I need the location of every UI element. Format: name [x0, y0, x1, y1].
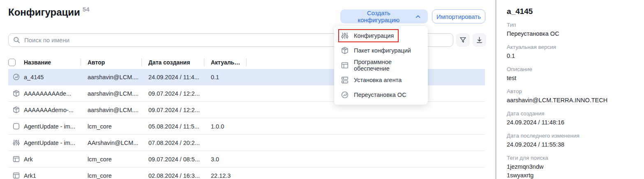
table-row[interactable]: AgentUpdate - im... lcm_core 05.08.2024 …: [8, 118, 485, 135]
package-icon: [12, 90, 20, 97]
table-row[interactable]: Ark lcm_core 09.07.2024 / 08:5... 3.0: [8, 151, 485, 168]
import-button-label: Импортировать: [436, 13, 481, 20]
details-field: Дата создания 24.09.2024 / 11:48:16: [507, 110, 634, 127]
chevron-up-icon: [415, 13, 421, 20]
menu-item-sliders[interactable]: Конфигурация: [334, 28, 428, 43]
select-all-checkbox[interactable]: [8, 59, 16, 66]
field-label: Дата последнего изменения: [507, 133, 634, 139]
row-name: a_4145: [24, 74, 81, 80]
details-field: Теги для поиска 1jezmqn3ndw1swyaxrtg: [507, 155, 634, 179]
wrench-circle-icon: [341, 91, 349, 99]
funnel-icon: [459, 36, 467, 44]
field-value: 1swyaxrtg: [507, 171, 634, 179]
menu-item-label: Пакет конфигураций: [354, 47, 411, 54]
row-name: AgentUpdate - im...: [24, 123, 81, 130]
row-name: AAAAAAAAAde...: [24, 90, 81, 97]
field-label: Тип: [507, 22, 634, 28]
menu-item-software[interactable]: Программное обеспечение: [334, 58, 428, 73]
create-configuration-label: Создать конфигурацию: [347, 9, 411, 23]
table-row[interactable]: AgentUpdate - im... AArshavin@LCM... 07.…: [8, 135, 485, 151]
field-value: test: [507, 74, 634, 83]
page-title: Конфигурации54: [8, 7, 90, 18]
field-value: 24.09.2024 / 11:48:16: [507, 118, 634, 127]
package-icon: [12, 106, 20, 114]
menu-item-agent-install[interactable]: Установка агента: [334, 73, 428, 87]
details-fields: Тип Переустановка ОС Актуальная версия 0…: [507, 22, 634, 179]
row-created-date: 09.07.2024 / 08:5...: [142, 156, 204, 163]
menu-item-label: Переустановка ОС: [354, 92, 406, 98]
menu-item-label: Программное обеспечение: [354, 59, 424, 72]
row-created-date: 05.08.2024 / 11:5...: [142, 123, 204, 130]
software-icon: [12, 155, 20, 163]
main-content: Конфигурации54 Создать конфигурацию Импо…: [0, 0, 495, 179]
row-created-date: 09.07.2024 / 12:2...: [142, 90, 204, 97]
row-created-date: 24.09.2024 / 11:4...: [142, 74, 204, 80]
row-version: 0.1: [204, 74, 247, 80]
import-button[interactable]: Импортировать: [432, 9, 485, 23]
field-label: Теги для поиска: [507, 155, 634, 161]
select-all-cell: [8, 55, 24, 69]
toolbar-actions: Создать конфигурацию Импортировать: [340, 9, 485, 23]
checkbox-icon: [12, 122, 20, 130]
menu-item-package[interactable]: Пакет конфигураций: [334, 43, 428, 58]
row-author: aarshavin@LCM....: [81, 90, 142, 97]
column-header-version[interactable]: Актуаль…: [204, 55, 247, 69]
details-field: Описание test: [507, 66, 634, 83]
software-icon: [341, 61, 349, 69]
table-row[interactable]: Ark1 lcm_core 02.08.2024 / 16:3... 22.12…: [8, 168, 485, 179]
column-header-author[interactable]: Автор: [81, 55, 142, 69]
row-author: lcm_core: [81, 123, 142, 130]
field-value: 0.1: [507, 52, 634, 60]
field-label: Автор: [507, 88, 634, 94]
field-value: Переустановка ОС: [507, 30, 634, 38]
field-label: Дата создания: [507, 110, 634, 117]
row-name: AgentUpdate - im...: [24, 140, 81, 146]
row-version: 1.0.0: [204, 123, 247, 130]
column-header-name[interactable]: Название: [24, 55, 81, 69]
software-icon: [12, 172, 20, 179]
field-value: aarshavin@LCM.TERRA.INNO.TECH: [507, 96, 634, 105]
menu-item-label: Установка агента: [354, 77, 402, 83]
row-author: AArshavin@LCM...: [81, 140, 142, 146]
field-value: 1jezmqn3ndw: [507, 163, 634, 171]
items-count-badge: 54: [83, 6, 90, 13]
sliders-icon: [12, 139, 20, 147]
column-header-created[interactable]: Дата создания: [142, 55, 204, 69]
agent-install-icon: [341, 76, 349, 84]
menu-item-label: Конфигурация: [354, 32, 394, 39]
download-icon: [475, 36, 483, 44]
filter-button[interactable]: [456, 33, 470, 47]
row-version: 3.0: [204, 156, 247, 163]
field-label: Описание: [507, 66, 634, 72]
row-created-date: 07.08.2024 / 20:2...: [142, 140, 204, 146]
package-icon: [341, 46, 349, 55]
details-panel: a_4145 Тип Переустановка ОС Актуальная в…: [495, 0, 644, 179]
details-field: Дата последнего изменения 24.09.2024 / 1…: [507, 133, 634, 149]
details-field: Тип Переустановка ОС: [507, 22, 634, 38]
row-version: 22.12.3: [204, 172, 247, 179]
search-icon: [13, 36, 21, 44]
details-field: Актуальная версия 0.1: [507, 44, 634, 60]
row-author: aarshavin@LCM....: [81, 107, 142, 113]
export-button[interactable]: [473, 33, 486, 47]
row-created-date: 02.08.2024 / 16:3...: [142, 172, 204, 179]
menu-item-wrench-circle[interactable]: Переустановка ОС: [334, 87, 428, 102]
field-value: 24.09.2024 / 11:55:38: [507, 140, 634, 149]
row-name: Ark1: [24, 172, 81, 179]
row-author: lcm_core: [81, 156, 142, 163]
field-label: Актуальная версия: [507, 44, 634, 50]
create-configuration-button[interactable]: Создать конфигурацию: [340, 9, 428, 23]
row-name: Ark: [24, 156, 81, 163]
create-menu: Конфигурация Пакет конфигураций Программ…: [334, 26, 428, 105]
details-field: Автор aarshavin@LCM.TERRA.INNO.TECH: [507, 88, 634, 105]
wrench-circle-icon: [12, 73, 20, 81]
sliders-icon: [341, 32, 349, 40]
row-name: AAAAAAAdemo-...: [24, 107, 81, 113]
row-created-date: 09.07.2024 / 12:2...: [142, 107, 204, 113]
row-author: aarshavin@LCM....: [81, 74, 142, 80]
details-title: a_4145: [507, 7, 634, 16]
row-author: lcm_core: [81, 172, 142, 179]
